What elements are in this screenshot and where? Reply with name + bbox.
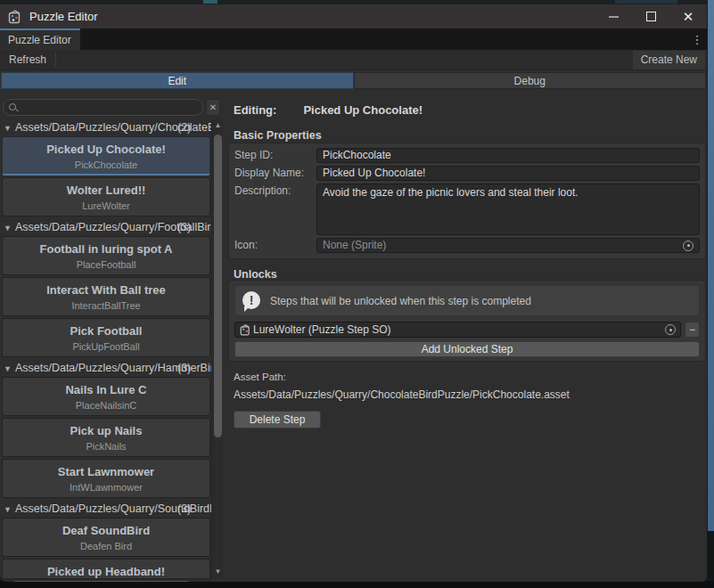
- window-titlebar[interactable]: Puzzle Editor ✕: [0, 4, 707, 29]
- display-name-label: Display Name:: [234, 166, 316, 181]
- step-list-item[interactable]: Start LawnmowerIntWLawnmower: [2, 459, 210, 498]
- collapse-arrow-icon[interactable]: ▼: [4, 364, 12, 373]
- step-list-item[interactable]: Wolter Lured!!LureWolter: [2, 177, 210, 216]
- step-item-id: PickChocolate: [3, 159, 209, 170]
- unlocks-help-text: Steps that will be unlocked when this st…: [270, 295, 531, 307]
- step-item-title: Picked up Headband!: [3, 565, 209, 578]
- tab-puzzle-editor[interactable]: Puzzle Editor: [0, 29, 80, 50]
- refresh-label: Refresh: [9, 53, 46, 66]
- step-list-item[interactable]: Pick up NailsPickNails: [2, 418, 210, 457]
- editing-label: Editing:: [234, 103, 276, 117]
- scroll-up-icon[interactable]: ▲: [212, 119, 224, 131]
- step-item-title: Picked Up Chocolate!: [3, 143, 209, 156]
- step-id-label: Step ID:: [234, 148, 316, 163]
- description-field[interactable]: Avoid the gaze of the picnic lovers and …: [316, 184, 700, 235]
- tab-label: Puzzle Editor: [8, 34, 71, 46]
- tab-edit-label: Edit: [168, 75, 186, 87]
- delete-step-button[interactable]: Delete Step: [234, 411, 321, 429]
- create-new-label: Create New: [641, 53, 697, 66]
- unlocks-title: Unlocks: [234, 268, 277, 281]
- step-list-panel: ✕ ▼Assets/Data/Puzzles/Quarry/ChocolateB…: [0, 94, 223, 582]
- remove-unlocked-step-button[interactable]: −: [685, 322, 700, 338]
- step-item-title: Interact With Ball tree: [3, 283, 209, 297]
- maximize-icon: [646, 12, 656, 21]
- unlocked-step-value: LureWolter (Puzzle Step SO): [253, 323, 391, 336]
- vertical-scrollbar-thumb[interactable]: [214, 135, 222, 437]
- kebab-icon: ⋮: [692, 33, 703, 46]
- delete-step-label: Delete Step: [250, 413, 306, 426]
- step-list-item[interactable]: Picked Up Chocolate!PickChocolate: [2, 136, 210, 176]
- step-list: ▼Assets/Data/Puzzles/Quarry/ChocolateBir…: [0, 118, 211, 578]
- step-item-id: LureWolter: [3, 200, 209, 211]
- step-id-value: PickChocolate: [323, 149, 391, 162]
- step-item-id: PlaceFootball: [3, 259, 209, 270]
- step-list-item[interactable]: Interact With Ball treeInteractBallTree: [2, 277, 210, 316]
- main-toolbar: Refresh Create New: [0, 50, 707, 70]
- desktop-background-right: [708, 0, 714, 531]
- step-list-item[interactable]: Deaf SoundBirdDeafen Bird: [2, 518, 210, 557]
- group-count-badge: (3): [177, 500, 191, 518]
- group-header[interactable]: ▼Assets/Data/Puzzles/Quarry/SoundBirdPuz…: [0, 500, 211, 518]
- minimize-button[interactable]: [595, 4, 632, 29]
- horizontal-scrollbar[interactable]: ◄ ►: [0, 578, 211, 582]
- group-header[interactable]: ▼Assets/Data/Puzzles/Quarry/HammerBirdPu…: [0, 359, 211, 377]
- unlocks-help-box: ! Steps that will be unlocked when this …: [234, 285, 700, 316]
- clear-search-icon: ✕: [209, 102, 217, 112]
- add-unlocked-step-button[interactable]: Add Unlocked Step: [234, 341, 700, 357]
- scroll-down-icon[interactable]: ▼: [212, 566, 224, 577]
- close-button[interactable]: ✕: [669, 4, 707, 29]
- refresh-button[interactable]: Refresh: [0, 50, 55, 69]
- minus-icon: −: [689, 323, 695, 336]
- step-list-item[interactable]: Pick FootballPickUpFootBall: [2, 318, 210, 357]
- object-picker-icon[interactable]: [665, 324, 676, 335]
- editing-header: Editing:Picked Up Chocolate!: [234, 103, 423, 117]
- puzzle-editor-window: Puzzle Editor ✕ Puzzle Editor ⋮ Refresh …: [0, 4, 708, 582]
- object-picker-icon[interactable]: [683, 241, 693, 251]
- unlocked-step-object-field[interactable]: LureWolter (Puzzle Step SO): [234, 322, 681, 338]
- info-icon: !: [242, 291, 262, 311]
- tab-menu-button[interactable]: ⋮: [687, 29, 707, 50]
- display-name-field[interactable]: Picked Up Chocolate!: [316, 166, 700, 181]
- desktop-background-bottom: [0, 581, 714, 588]
- step-item-title: Pick Football: [3, 324, 209, 338]
- step-item-id: PickNails: [3, 441, 209, 452]
- clear-search-button[interactable]: ✕: [206, 99, 220, 116]
- step-id-field[interactable]: PickChocolate: [316, 148, 700, 163]
- step-item-title: Nails In Lure C: [3, 383, 209, 396]
- step-list-item[interactable]: Football in luring spot APlaceFootball: [2, 236, 210, 275]
- toolbar-divider: [55, 53, 56, 67]
- scroll-right-icon[interactable]: ►: [196, 579, 208, 582]
- editor-tabbar: Puzzle Editor ⋮: [0, 29, 707, 50]
- collapse-arrow-icon[interactable]: ▼: [4, 224, 12, 233]
- step-item-title: Deaf SoundBird: [3, 524, 209, 537]
- collapse-arrow-icon[interactable]: ▼: [4, 505, 12, 514]
- desktop-accent-dash: [615, 0, 677, 4]
- collapse-arrow-icon[interactable]: ▼: [4, 124, 12, 133]
- tab-debug[interactable]: Debug: [354, 72, 707, 89]
- step-item-id: InteractBallTree: [3, 300, 209, 311]
- vertical-scrollbar[interactable]: ▲ ▼: [211, 118, 223, 578]
- step-item-id: PlaceNailsinC: [3, 400, 209, 411]
- horizontal-scrollbar-thumb[interactable]: [12, 581, 191, 582]
- create-new-button[interactable]: Create New: [633, 51, 705, 69]
- tab-edit[interactable]: Edit: [1, 72, 354, 89]
- group-count-badge: (2): [177, 118, 191, 136]
- search-icon: [9, 103, 18, 112]
- basic-properties-box: Step ID: PickChocolate Display Name: Pic…: [228, 143, 706, 259]
- maximize-button[interactable]: [632, 4, 669, 29]
- icon-object-field[interactable]: None (Sprite): [316, 238, 700, 253]
- unlocks-box: ! Steps that will be unlocked when this …: [228, 280, 706, 362]
- tab-debug-label: Debug: [514, 75, 546, 87]
- search-input[interactable]: [3, 99, 203, 116]
- desktop-accent-dash: [203, 0, 217, 4]
- group-count-badge: (3): [177, 359, 191, 377]
- step-list-item[interactable]: Nails In Lure CPlaceNailsinC: [2, 377, 210, 416]
- group-header[interactable]: ▼Assets/Data/Puzzles/Quarry/ChocolateBir…: [0, 118, 211, 136]
- step-list-item[interactable]: Picked up Headband!: [2, 559, 210, 578]
- minimize-icon: [609, 16, 619, 18]
- group-header[interactable]: ▼Assets/Data/Puzzles/Quarry/FootballBird…: [0, 218, 211, 236]
- asset-path-label: Asset Path:: [234, 372, 286, 382]
- icon-object-value: None (Sprite): [323, 239, 386, 252]
- description-value: Avoid the gaze of the picnic lovers and …: [323, 186, 579, 200]
- add-unlocked-step-label: Add Unlocked Step: [422, 343, 513, 355]
